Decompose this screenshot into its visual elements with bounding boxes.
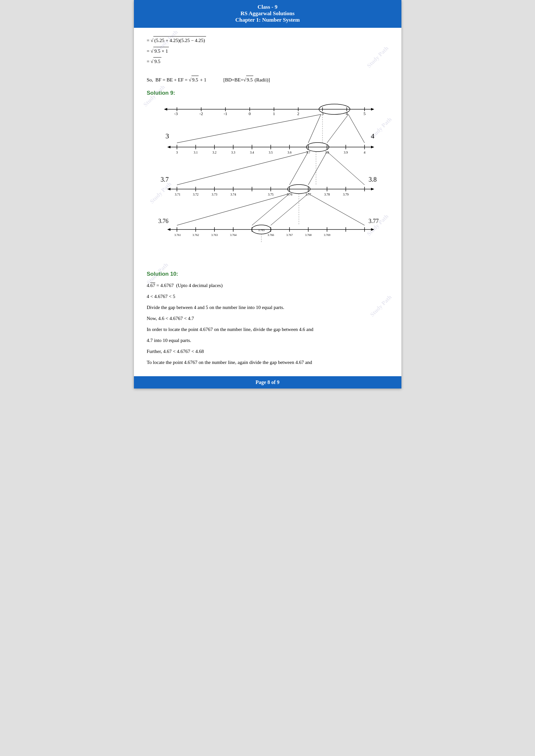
sol10-line5b: 4.7 into 10 equal parts.	[147, 336, 388, 345]
svg-text:3.77: 3.77	[305, 193, 311, 196]
svg-line-80	[290, 151, 308, 185]
equation-2: = √9.5 × 1	[147, 47, 388, 56]
svg-text:3.766: 3.766	[268, 233, 274, 237]
equation-1: = √(5.25 + 4.25)(5.25 − 4.25)	[147, 36, 388, 45]
svg-text:-2: -2	[200, 111, 203, 116]
so-bf-line: So, BF = BE + EF = √9.5 + 1 [BD=BE=√9.5 …	[147, 76, 388, 84]
svg-text:3.71: 3.71	[175, 193, 181, 196]
svg-line-113	[308, 194, 365, 225]
svg-line-50	[308, 114, 321, 143]
svg-text:-3: -3	[174, 111, 178, 116]
svg-text:3.75: 3.75	[268, 193, 274, 196]
svg-marker-24	[167, 146, 170, 148]
svg-text:3.72: 3.72	[193, 193, 199, 196]
svg-text:3.764: 3.764	[230, 233, 237, 237]
header-chapter: Chapter 1: Number System	[137, 17, 398, 23]
header-book: RS Aggarwal Solutions	[137, 10, 398, 17]
page-content: Study Path Study Path Study Path Study P…	[134, 28, 401, 389]
sol10-line2: 4 < 4.6767 < 5	[147, 292, 388, 301]
svg-text:3.76: 3.76	[287, 193, 293, 196]
svg-text:1: 1	[273, 111, 275, 116]
svg-marker-2	[164, 108, 167, 111]
svg-text:3.5: 3.5	[269, 150, 273, 154]
svg-text:4: 4	[371, 132, 375, 140]
svg-text:3.3: 3.3	[231, 150, 236, 154]
svg-text:3.2: 3.2	[212, 150, 217, 154]
svg-text:3.7: 3.7	[161, 176, 169, 183]
svg-text:3.762: 3.762	[192, 233, 199, 237]
svg-text:3.77: 3.77	[368, 218, 379, 224]
svg-text:3.6: 3.6	[288, 150, 292, 154]
svg-line-112	[177, 194, 290, 225]
sol10-line6: Further, 4.67 < 4.6767 < 4.68	[147, 347, 388, 356]
page-footer: Page 8 of 9	[134, 376, 401, 389]
svg-text:4: 4	[364, 150, 366, 154]
svg-text:3.79: 3.79	[343, 193, 349, 196]
sol10-line4: Now, 4.6 < 4.6767 < 4.7	[147, 314, 388, 323]
sol10-line7: To locate the point 4.6767 on the number…	[147, 358, 388, 367]
svg-text:3.8: 3.8	[325, 150, 329, 154]
svg-line-82	[177, 151, 308, 185]
svg-text:3.761: 3.761	[174, 233, 181, 237]
svg-marker-85	[371, 228, 374, 231]
svg-text:3: 3	[176, 150, 178, 154]
diagram-svg: -3 -2 -1 0 1 2 3 4	[157, 100, 384, 255]
svg-text:3.76: 3.76	[158, 218, 169, 224]
page-header: Class - 9 RS Aggarwal Solutions Chapter …	[134, 0, 401, 28]
svg-marker-23	[371, 146, 374, 148]
page-number: Page 8 of 9	[256, 379, 279, 385]
svg-text:3.7: 3.7	[306, 150, 311, 154]
svg-line-111	[271, 194, 308, 225]
svg-line-53	[348, 114, 365, 143]
svg-text:3.765: 3.765	[258, 229, 265, 232]
svg-text:-1: -1	[224, 111, 227, 116]
svg-text:3.763: 3.763	[211, 233, 218, 237]
svg-text:3.73: 3.73	[211, 193, 217, 196]
svg-text:3.767: 3.767	[286, 233, 293, 237]
svg-text:0: 0	[249, 111, 251, 116]
solution10-heading: Solution 10:	[147, 271, 388, 277]
svg-text:3.1: 3.1	[194, 150, 198, 154]
svg-text:3.769: 3.769	[324, 233, 330, 237]
svg-line-83	[327, 151, 365, 185]
svg-text:3.74: 3.74	[230, 193, 236, 196]
svg-line-51	[327, 114, 348, 143]
svg-line-81	[308, 151, 327, 185]
svg-marker-86	[167, 228, 170, 231]
svg-text:3.768: 3.768	[305, 233, 312, 237]
svg-line-52	[177, 114, 321, 143]
sol10-line5: In order to locate the point 4.6767 on t…	[147, 325, 388, 334]
solution9-heading: Solution 9:	[147, 90, 388, 96]
svg-text:3.9: 3.9	[344, 150, 348, 154]
equation-3: = √9.5	[147, 57, 388, 66]
svg-text:5: 5	[364, 111, 366, 116]
svg-marker-55	[371, 188, 374, 190]
svg-marker-56	[167, 188, 170, 190]
number-line-diagram: -3 -2 -1 0 1 2 3 4	[157, 100, 378, 255]
sol10-line3: Divide the gap between 4 and 5 on the nu…	[147, 303, 388, 312]
svg-text:3.8: 3.8	[369, 176, 377, 183]
svg-text:3.4: 3.4	[250, 150, 254, 154]
svg-text:2: 2	[297, 111, 299, 116]
sol10-line1: 4.67 = 4.6767 (Upto 4 decimal places)	[147, 281, 388, 290]
page: Class - 9 RS Aggarwal Solutions Chapter …	[134, 0, 401, 389]
svg-line-110	[252, 194, 290, 225]
svg-text:3.78: 3.78	[324, 193, 330, 196]
svg-marker-1	[371, 108, 374, 111]
svg-text:3: 3	[166, 132, 169, 140]
header-class: Class - 9	[137, 4, 398, 10]
